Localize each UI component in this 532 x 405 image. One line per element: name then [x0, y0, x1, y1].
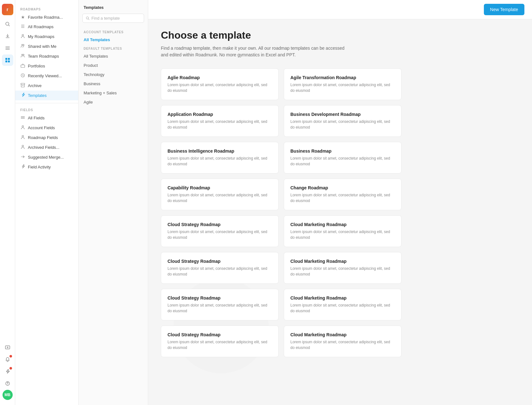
- template-card-capability-roadmap[interactable]: Capability Roadmap Lorem ipsum dolor sit…: [161, 179, 279, 210]
- middle-item-all-templates-account[interactable]: All Templates: [79, 35, 148, 44]
- help-icon-btn[interactable]: [2, 378, 13, 389]
- star-icon: ★: [20, 15, 25, 20]
- middle-item-all-templates-default[interactable]: All Templates: [79, 52, 148, 61]
- template-card-desc: Lorem ipsum dolor sit amet, consectetur …: [168, 266, 272, 277]
- roadmaps-section-label: ROADMAPS: [15, 5, 78, 12]
- svg-rect-24: [21, 83, 25, 85]
- sidebar-item-recently-viewed[interactable]: Recently Viewed...: [15, 71, 78, 81]
- logo-button[interactable]: r: [2, 4, 13, 15]
- template-card-cloud-marketing-1[interactable]: Cloud Marketing Roadmap Lorem ipsum dolo…: [284, 215, 402, 247]
- sidebar-item-shared-with-me[interactable]: Shared with Me: [15, 41, 78, 51]
- svg-point-17: [22, 35, 24, 36]
- template-card-agile-transformation[interactable]: Agile Transformation Roadmap Lorem ipsum…: [284, 68, 402, 100]
- svg-point-30: [22, 136, 24, 137]
- template-card-title: Cloud Strategy Roadmap: [168, 295, 272, 301]
- list-icon: [20, 24, 25, 29]
- template-card-agile-roadmap[interactable]: Aglie Roadmap Lorem ipsum dolor sit amet…: [161, 68, 279, 100]
- template-grid: Aglie Roadmap Lorem ipsum dolor sit amet…: [161, 68, 402, 357]
- sidebar-item-portfolios[interactable]: Portfolios: [15, 61, 78, 71]
- new-template-button[interactable]: New Template: [484, 4, 524, 15]
- briefcase-icon: [20, 63, 25, 69]
- sidebar-item-all-fields[interactable]: All Fields: [15, 113, 78, 123]
- template-card-title: Cloud Strategy Roadmap: [168, 259, 272, 264]
- template-card-title: Agile Transformation Roadmap: [290, 75, 395, 80]
- template-card-desc: Lorem ipsum dolor sit amet, consectetur …: [168, 339, 272, 351]
- sidebar-item-archive[interactable]: Archive: [15, 81, 78, 91]
- template-card-desc: Lorem ipsum dolor sit amet, consectetur …: [168, 229, 272, 240]
- template-card-title: Cloud Marketing Roadmap: [290, 259, 395, 264]
- template-search-box[interactable]: [82, 14, 144, 23]
- middle-item-business[interactable]: Business: [79, 79, 148, 88]
- template-card-title: Business Intelligence Roadmap: [168, 149, 272, 154]
- svg-rect-8: [8, 60, 10, 62]
- lightning-badge: [10, 367, 12, 370]
- sidebar-item-templates[interactable]: Templates: [15, 91, 78, 100]
- icon-bar: r: [0, 0, 15, 405]
- sidebar-item-suggested-merge[interactable]: Suggested Merge...: [15, 152, 78, 162]
- template-card-cloud-marketing-3[interactable]: Cloud Marketing Roadmap Lorem ipsum dolo…: [284, 289, 402, 320]
- search-icon-btn[interactable]: [2, 18, 13, 30]
- svg-line-33: [88, 19, 89, 20]
- template-card-desc: Lorem ipsum dolor sit amet, consectetur …: [290, 192, 395, 204]
- template-card-desc: Lorem ipsum dolor sit amet, consectetur …: [168, 82, 272, 93]
- download-icon-btn[interactable]: [2, 30, 13, 42]
- middle-item-marketing-sales[interactable]: Marketing + Sales: [79, 88, 148, 98]
- svg-point-19: [23, 44, 24, 46]
- sidebar-item-team-roadmaps[interactable]: Team Roadmaps: [15, 51, 78, 61]
- svg-point-21: [23, 54, 24, 55]
- template-card-title: Cloud Marketing Roadmap: [290, 295, 395, 301]
- bell-icon-btn[interactable]: [2, 354, 13, 365]
- template-card-desc: Lorem ipsum dolor sit amet, consectetur …: [290, 229, 395, 240]
- template-card-desc: Lorem ipsum dolor sit amet, consectetur …: [168, 155, 272, 167]
- lightning-icon-btn[interactable]: [2, 366, 13, 377]
- template-card-desc: Lorem ipsum dolor sit amet, consectetur …: [290, 155, 395, 167]
- template-card-desc: Lorem ipsum dolor sit amet, consectetur …: [290, 339, 395, 351]
- sidebar-item-favorite-roadmaps[interactable]: ★ Favorite Roadma...: [15, 12, 78, 22]
- template-card-cloud-marketing-2[interactable]: Cloud Marketing Roadmap Lorem ipsum dolo…: [284, 252, 402, 284]
- svg-rect-22: [21, 65, 25, 67]
- middle-item-agile[interactable]: Agile: [79, 98, 148, 107]
- template-card-change-roadmap[interactable]: Change Roadmap Lorem ipsum dolor sit ame…: [284, 179, 402, 210]
- person-icon: [20, 34, 25, 39]
- sidebar-item-archived-fields[interactable]: Archived Fields...: [15, 142, 78, 152]
- archived-fields-icon: [20, 145, 25, 150]
- template-card-title: Change Roadmap: [290, 185, 395, 190]
- sidebar-item-my-roadmaps[interactable]: My Roadmaps: [15, 32, 78, 41]
- team-icon: [20, 54, 25, 59]
- find-template-input[interactable]: [92, 16, 141, 21]
- template-card-title: Cloud Strategy Roadmap: [168, 222, 272, 227]
- account-templates-label: ACCOUNT TEMPLATES: [79, 28, 148, 35]
- template-card-title: Capability Roadmap: [168, 185, 272, 190]
- svg-rect-6: [8, 58, 10, 60]
- list-icon-btn[interactable]: [2, 42, 13, 54]
- sidebar-item-roadmap-fields[interactable]: Roadmap Fields: [15, 133, 78, 142]
- sidebar-item-account-fields[interactable]: Account Fields: [15, 123, 78, 133]
- page-title: Choose a template: [161, 29, 519, 41]
- svg-rect-7: [5, 60, 7, 62]
- template-card-cloud-strategy-4[interactable]: Cloud Strategy Roadmap Lorem ipsum dolor…: [161, 326, 279, 357]
- template-card-title: Cloud Marketing Roadmap: [290, 222, 395, 227]
- template-card-cloud-strategy-3[interactable]: Cloud Strategy Roadmap Lorem ipsum dolor…: [161, 289, 279, 320]
- middle-item-product[interactable]: Product: [79, 61, 148, 70]
- template-card-business-roadmap[interactable]: Business Roadmap Lorem ipsum dolor sit a…: [284, 142, 402, 174]
- current-icon-btn[interactable]: [2, 54, 13, 66]
- template-card-cloud-strategy-1[interactable]: Cloud Strategy Roadmap Lorem ipsum dolor…: [161, 215, 279, 247]
- template-card-business-dev-roadmap[interactable]: Business Development Roadmap Lorem ipsum…: [284, 105, 402, 137]
- template-card-desc: Lorem ipsum dolor sit amet, consectetur …: [168, 192, 272, 204]
- content-area: Choose a template Find a roadmap templat…: [148, 19, 532, 405]
- middle-panel-header: Templates: [79, 5, 148, 14]
- avatar-button[interactable]: MB: [3, 390, 13, 400]
- template-card-desc: Lorem ipsum dolor sit amet, consectetur …: [290, 82, 395, 93]
- template-card-title: Cloud Strategy Roadmap: [168, 332, 272, 337]
- template-card-title: Aglie Roadmap: [168, 75, 272, 80]
- sidebar-item-all-roadmaps[interactable]: All Roadmaps: [15, 22, 78, 32]
- template-card-title: Cloud Marketing Roadmap: [290, 332, 395, 337]
- card-add-icon-btn[interactable]: [2, 342, 13, 353]
- middle-item-technology[interactable]: Technology: [79, 70, 148, 79]
- template-card-cloud-strategy-2[interactable]: Cloud Strategy Roadmap Lorem ipsum dolor…: [161, 252, 279, 284]
- template-card-application-roadmap[interactable]: Application Roadmap Lorem ipsum dolor si…: [161, 105, 279, 137]
- template-card-desc: Lorem ipsum dolor sit amet, consectetur …: [290, 302, 395, 314]
- sidebar-item-field-activity[interactable]: Field Activity: [15, 162, 78, 172]
- template-card-cloud-marketing-4[interactable]: Cloud Marketing Roadmap Lorem ipsum dolo…: [284, 326, 402, 357]
- template-card-business-intelligence[interactable]: Business Intelligence Roadmap Lorem ipsu…: [161, 142, 279, 174]
